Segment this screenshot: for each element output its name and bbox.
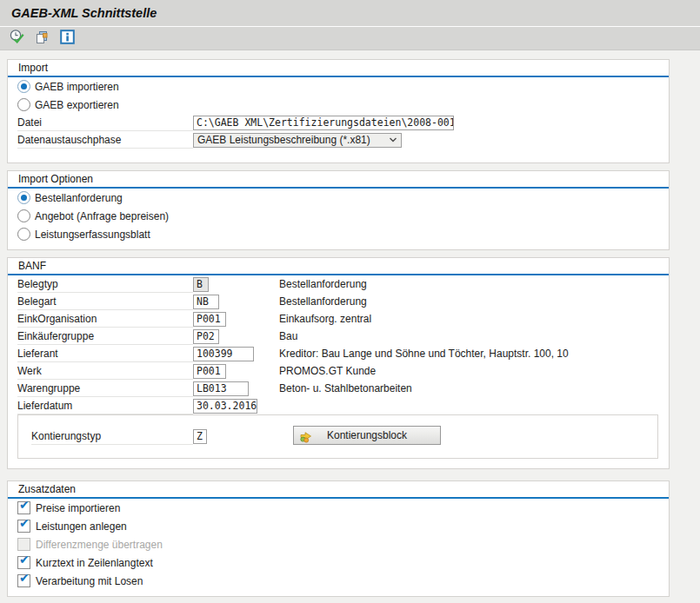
datenaustauschphase-select[interactable]: GAEB Leistungsbeschreibung (*.x81) — [193, 133, 402, 148]
einkaeufergruppe-label: Einkäufergruppe — [17, 328, 193, 345]
datei-input[interactable]: C:\GAEB XML\Zertifizierungsdateien\2008-… — [193, 116, 454, 130]
kontierungsblock-button[interactable]: Kontierungsblock — [293, 426, 441, 445]
einkorganisation-label: EinkOrganisation — [17, 310, 193, 328]
belegart-description: Bestellanforderung — [279, 295, 367, 308]
datei-label: Datei — [17, 114, 193, 131]
import-section: Import GAEB importieren GAEB exportieren… — [7, 59, 670, 163]
einkorganisation-input[interactable]: P001 — [193, 312, 226, 327]
checkbox-preise-importieren[interactable]: ✔ Preise importieren — [8, 499, 669, 517]
lieferant-label: Lieferant — [17, 345, 193, 362]
radio-unselected-icon[interactable] — [17, 209, 30, 222]
lieferdatum-input[interactable]: 30.03.2016 — [193, 399, 257, 414]
checkbox-checked-icon[interactable]: ✔ — [17, 574, 30, 587]
belegart-input[interactable]: NB — [193, 295, 219, 309]
datei-field-row: Datei C:\GAEB XML\Zertifizierungsdateien… — [8, 114, 669, 131]
zusatzdaten-section-title: Zusatzdaten — [8, 481, 669, 499]
radio-option-gaeb-importieren[interactable]: GAEB importieren — [8, 77, 669, 96]
checkbox-leistungen-anlegen[interactable]: ✔ Leistungen anlegen — [8, 517, 669, 535]
checkbox-label: Verarbeitung mit Losen — [36, 575, 143, 587]
kontierungsblock-button-label: Kontierungsblock — [327, 429, 407, 441]
execute-icon — [9, 29, 25, 48]
checkbox-verarbeitung-mit-losen[interactable]: ✔ Verarbeitung mit Losen — [8, 572, 669, 590]
radio-selected-icon[interactable] — [17, 80, 30, 93]
radio-selected-icon[interactable] — [17, 191, 30, 204]
lieferdatum-field-row: Lieferdatum 30.03.2016 — [8, 397, 669, 414]
radio-label: GAEB importieren — [35, 81, 119, 93]
werk-field-row: Werk P001 PROMOS.GT Kunde — [8, 362, 669, 380]
radio-option-leistungserfassungsblatt[interactable]: Leistungserfassungsblatt — [8, 225, 669, 243]
lieferant-description: Kreditor: Bau Lange und Söhne und Töchte… — [279, 348, 569, 360]
radio-option-bestellanforderung[interactable]: Bestellanforderung — [8, 189, 669, 207]
radio-label: Leistungserfassungsblatt — [35, 229, 150, 241]
belegtyp-input: B — [193, 277, 209, 292]
checkbox-kurztext-in-zeilenlangtext[interactable]: ✔ Kurztext in Zeilenlangtext — [8, 553, 669, 572]
checkbox-label: Preise importieren — [36, 502, 120, 514]
werk-description: PROMOS.GT Kunde — [279, 365, 376, 377]
warengruppe-field-row: Warengruppe LB013 Beton- u. Stahlbetonar… — [8, 380, 669, 397]
warengruppe-label: Warengruppe — [17, 380, 193, 397]
einkaeufergruppe-description: Bau — [279, 330, 297, 342]
kontierungstyp-label: Kontierungstyp — [31, 427, 193, 445]
radio-label: Angebot (Anfrage bepreisen) — [35, 210, 169, 222]
titlebar: GAEB-XML Schnittstelle — [0, 0, 700, 27]
einkaeufergruppe-field-row: Einkäufergruppe P02 Bau — [8, 328, 669, 345]
kontierungstyp-input[interactable]: Z — [193, 429, 207, 444]
lieferant-input[interactable]: 100399 — [193, 347, 254, 361]
radio-option-angebot[interactable]: Angebot (Anfrage bepreisen) — [8, 207, 669, 225]
werk-input[interactable]: P001 — [193, 364, 226, 379]
belegtyp-field-row: Belegtyp B Bestellanforderung — [8, 275, 669, 293]
radio-option-gaeb-exportieren[interactable]: GAEB exportieren — [8, 96, 669, 114]
belegtyp-description: Bestellanforderung — [279, 278, 367, 290]
checkbox-label: Leistungen anlegen — [36, 520, 127, 533]
checkbox-disabled-icon: ✔ — [17, 538, 30, 551]
lieferant-field-row: Lieferant 100399 Kreditor: Bau Lange und… — [8, 345, 669, 362]
checkbox-label: Kurztext in Zeilenlangtext — [36, 557, 153, 569]
import-optionen-title: Import Optionen — [8, 171, 669, 189]
app-toolbar — [0, 27, 700, 50]
einkorganisation-description: Einkaufsorg. zentral — [279, 313, 371, 325]
chevron-down-icon — [389, 134, 397, 146]
datenaustauschphase-label: Datenaustauschphase — [17, 131, 193, 149]
belegart-field-row: Belegart NB Bestellanforderung — [8, 293, 669, 310]
warengruppe-description: Beton- u. Stahlbetonarbeiten — [279, 382, 412, 394]
account-assignment-icon — [299, 428, 314, 446]
kontierung-box: Kontierungstyp Z Kontierungsblock — [17, 414, 658, 459]
copy-icon — [34, 30, 50, 48]
belegtyp-label: Belegtyp — [17, 275, 193, 293]
page-title: GAEB-XML Schnittstelle — [0, 0, 700, 20]
warengruppe-input[interactable]: LB013 — [193, 381, 249, 396]
einkorganisation-field-row: EinkOrganisation P001 Einkaufsorg. zentr… — [8, 310, 669, 328]
lieferdatum-label: Lieferdatum — [17, 397, 193, 414]
copy-parameters-button[interactable] — [32, 29, 51, 48]
checkbox-differenzmenge-uebertragen: ✔ Differenzmenge übertragen — [8, 535, 669, 553]
banf-section-title: BANF — [8, 258, 669, 275]
zusatzdaten-section: Zusatzdaten ✔ Preise importieren ✔ Leist… — [7, 480, 670, 597]
import-optionen-section: Import Optionen Bestellanforderung Angeb… — [7, 170, 670, 250]
info-icon — [60, 30, 75, 47]
radio-unselected-icon[interactable] — [17, 98, 30, 111]
datenaustauschphase-field-row: Datenaustauschphase GAEB Leistungsbeschr… — [8, 131, 669, 149]
einkaeufergruppe-input[interactable]: P02 — [193, 329, 219, 344]
radio-label: GAEB exportieren — [35, 99, 119, 111]
checkbox-checked-icon[interactable]: ✔ — [17, 501, 30, 514]
info-button[interactable] — [57, 29, 77, 48]
werk-label: Werk — [17, 362, 193, 380]
belegart-label: Belegart — [17, 293, 193, 310]
checkbox-label: Differenzmenge übertragen — [36, 539, 163, 551]
import-section-title: Import — [8, 60, 669, 77]
datenaustauschphase-value: GAEB Leistungsbeschreibung (*.x81) — [197, 134, 370, 146]
radio-label: Bestellanforderung — [35, 192, 123, 204]
radio-unselected-icon[interactable] — [17, 228, 30, 241]
banf-section: BANF Belegtyp B Bestellanforderung Beleg… — [7, 257, 670, 469]
execute-button[interactable] — [7, 29, 26, 48]
checkbox-checked-icon[interactable]: ✔ — [17, 520, 30, 533]
checkbox-checked-icon[interactable]: ✔ — [17, 556, 30, 569]
